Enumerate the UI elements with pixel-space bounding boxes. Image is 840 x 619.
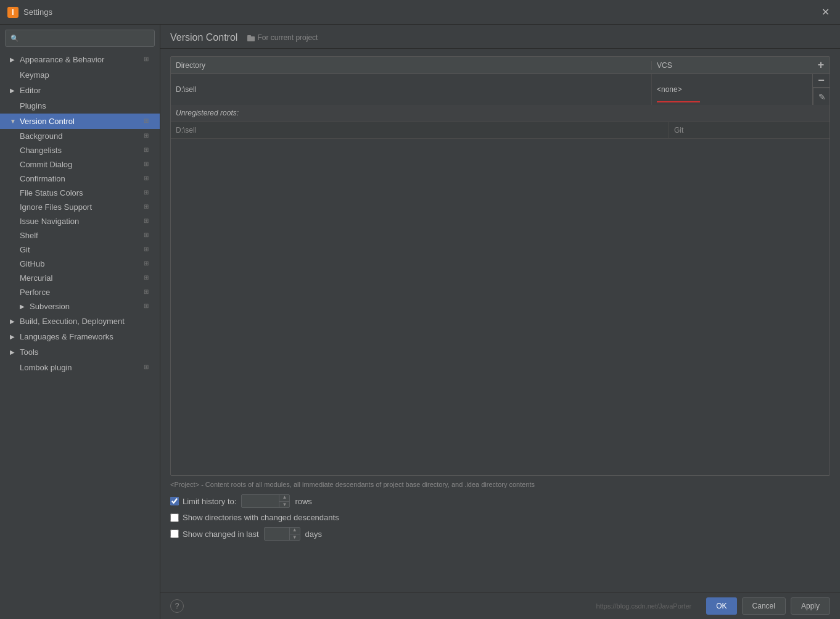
edit-button[interactable]: ✎ bbox=[813, 88, 830, 105]
page-icon-github: ⊞ bbox=[144, 260, 152, 268]
svg-text:I: I bbox=[12, 8, 14, 17]
settings-window: I Settings ✕ 🔍 ▶ Appearance & Behavior ⊞ bbox=[0, 0, 840, 619]
unregistered-roots-row: Unregistered roots: bbox=[171, 105, 830, 122]
limit-history-input[interactable]: 1,000 bbox=[242, 497, 279, 505]
sidebar-label-build-execution: Build, Execution, Deployment bbox=[20, 317, 125, 326]
window-title: Settings bbox=[23, 7, 818, 17]
sidebar-label-confirmation: Confirmation bbox=[20, 174, 65, 183]
limit-history-label-after: rows bbox=[295, 497, 311, 506]
vcs-table: Directory VCS + D:\sell <none> bbox=[170, 56, 830, 476]
table-row[interactable]: D:\sell <none> − ✎ bbox=[171, 74, 830, 105]
footer-hint: <Project> - Content roots of all modules… bbox=[170, 481, 830, 488]
sidebar-item-perforce[interactable]: Perforce ⊞ bbox=[0, 285, 160, 299]
sidebar-label-commit-dialog: Commit Dialog bbox=[20, 160, 72, 169]
sidebar-item-background[interactable]: Background ⊞ bbox=[0, 129, 160, 143]
page-icon-mercurial: ⊞ bbox=[144, 274, 152, 283]
show-changed-last-field[interactable]: 31 ▲ ▼ bbox=[264, 527, 300, 541]
show-changed-last-input[interactable]: 31 bbox=[265, 530, 289, 538]
main-content: 🔍 ▶ Appearance & Behavior ⊞ Keymap bbox=[0, 25, 840, 619]
sidebar-item-issue-navigation[interactable]: Issue Navigation ⊞ bbox=[0, 214, 160, 228]
sidebar-label-editor: Editor bbox=[20, 86, 41, 95]
unregistered-label: Unregistered roots: bbox=[171, 105, 830, 121]
show-changed-last-label-after: days bbox=[305, 530, 322, 539]
sidebar-item-ignore-files-support[interactable]: Ignore Files Support ⊞ bbox=[0, 200, 160, 214]
sidebar-item-github[interactable]: GitHub ⊞ bbox=[0, 257, 160, 271]
show-changed-last-checkbox[interactable] bbox=[170, 530, 179, 538]
sidebar-item-languages-frameworks[interactable]: ▶ Languages & Frameworks bbox=[0, 329, 160, 344]
sidebar-label-plugins: Plugins bbox=[20, 101, 46, 110]
sidebar-item-build-execution[interactable]: ▶ Build, Execution, Deployment bbox=[0, 314, 160, 329]
sidebar-item-file-status-colors[interactable]: File Status Colors ⊞ bbox=[0, 186, 160, 200]
search-icon: 🔍 bbox=[10, 35, 19, 43]
main-panel: Version Control For current project Dire… bbox=[160, 25, 840, 619]
expand-arrow-languages: ▶ bbox=[10, 333, 17, 340]
footer-right: https://blog.csdn.net/JavaPorter OK Canc… bbox=[596, 597, 830, 615]
sidebar-item-version-control[interactable]: ▼ Version Control ⊞ bbox=[0, 114, 160, 129]
show-changed-last-label-before: Show changed in last bbox=[183, 530, 259, 539]
add-button[interactable]: + bbox=[812, 59, 830, 72]
spinner-down[interactable]: ▼ bbox=[279, 502, 289, 509]
sidebar-item-editor[interactable]: ▶ Editor bbox=[0, 83, 160, 98]
search-box[interactable]: 🔍 bbox=[5, 30, 155, 47]
cancel-button[interactable]: Cancel bbox=[742, 597, 786, 615]
sidebar-label-ignore-files-support: Ignore Files Support bbox=[20, 202, 92, 212]
sidebar-label-languages-frameworks: Languages & Frameworks bbox=[20, 332, 113, 341]
sidebar-item-lombok-plugin[interactable]: Lombok plugin ⊞ bbox=[0, 360, 160, 375]
project-icon bbox=[247, 34, 255, 41]
unregistered-data-row: D:\sell Git bbox=[171, 122, 830, 139]
vcs-value-0: <none> bbox=[657, 85, 682, 94]
expand-arrow-editor: ▶ bbox=[10, 87, 17, 94]
sidebar-item-commit-dialog[interactable]: Commit Dialog ⊞ bbox=[0, 157, 160, 172]
page-icon-background: ⊞ bbox=[144, 132, 152, 141]
footer: ? https://blog.csdn.net/JavaPorter OK Ca… bbox=[160, 592, 840, 619]
panel-body: Directory VCS + D:\sell <none> bbox=[160, 49, 840, 592]
sidebar-item-changelists[interactable]: Changelists ⊞ bbox=[0, 143, 160, 157]
help-button[interactable]: ? bbox=[170, 599, 184, 613]
page-icon-lombok: ⊞ bbox=[144, 364, 152, 372]
cell-unregistered-directory-0: D:\sell bbox=[171, 122, 669, 138]
ok-button[interactable]: OK bbox=[706, 597, 736, 615]
cell-unregistered-vcs-0: Git bbox=[669, 122, 830, 138]
sidebar-label-version-control: Version Control bbox=[20, 117, 75, 126]
page-icon-git: ⊞ bbox=[144, 246, 152, 254]
apply-button[interactable]: Apply bbox=[791, 597, 830, 615]
days-spinner-up[interactable]: ▲ bbox=[290, 527, 300, 534]
sidebar-item-git[interactable]: Git ⊞ bbox=[0, 243, 160, 257]
sidebar-item-appearance[interactable]: ▶ Appearance & Behavior ⊞ bbox=[0, 52, 160, 67]
page-icon-subversion: ⊞ bbox=[144, 302, 152, 311]
limit-history-field[interactable]: 1,000 ▲ ▼ bbox=[241, 494, 290, 508]
col-header-actions: + bbox=[812, 59, 830, 72]
sidebar-item-keymap[interactable]: Keymap bbox=[0, 67, 160, 83]
spinner-up[interactable]: ▲ bbox=[279, 494, 289, 502]
sidebar-label-perforce: Perforce bbox=[20, 288, 50, 297]
app-icon: I bbox=[7, 7, 19, 18]
search-input[interactable] bbox=[22, 34, 149, 43]
sidebar-label-shelf: Shelf bbox=[20, 231, 38, 240]
sidebar-label-appearance: Appearance & Behavior bbox=[20, 55, 104, 64]
sidebar-item-subversion[interactable]: ▶ Subversion ⊞ bbox=[0, 299, 160, 314]
days-spinner-down[interactable]: ▼ bbox=[290, 534, 300, 541]
expand-arrow-tools: ▶ bbox=[10, 349, 17, 355]
limit-history-checkbox[interactable] bbox=[170, 497, 179, 505]
page-icon-commit-dialog: ⊞ bbox=[144, 160, 152, 169]
sidebar-item-shelf[interactable]: Shelf ⊞ bbox=[0, 228, 160, 243]
sidebar-item-plugins[interactable]: Plugins bbox=[0, 98, 160, 114]
remove-button[interactable]: − bbox=[813, 74, 830, 88]
page-icon-appearance: ⊞ bbox=[144, 56, 152, 64]
sidebar-item-mercurial[interactable]: Mercurial ⊞ bbox=[0, 271, 160, 285]
footer-url: https://blog.csdn.net/JavaPorter bbox=[596, 602, 692, 610]
expand-arrow-version-control: ▼ bbox=[10, 118, 17, 125]
sidebar: 🔍 ▶ Appearance & Behavior ⊞ Keymap bbox=[0, 25, 160, 619]
sidebar-label-keymap: Keymap bbox=[20, 70, 49, 80]
limit-history-spinner: ▲ ▼ bbox=[279, 494, 289, 508]
sidebar-label-issue-navigation: Issue Navigation bbox=[20, 217, 79, 226]
sidebar-label-git: Git bbox=[20, 245, 30, 254]
sidebar-item-confirmation[interactable]: Confirmation ⊞ bbox=[0, 172, 160, 186]
vcs-underline bbox=[657, 101, 700, 102]
close-button[interactable]: ✕ bbox=[818, 5, 833, 20]
panel-subtitle: For current project bbox=[247, 33, 318, 42]
page-icon-issue-navigation: ⊞ bbox=[144, 217, 152, 226]
expand-arrow-appearance: ▶ bbox=[10, 56, 17, 63]
sidebar-item-tools[interactable]: ▶ Tools bbox=[0, 344, 160, 360]
show-changed-descendants-checkbox[interactable] bbox=[170, 513, 179, 522]
